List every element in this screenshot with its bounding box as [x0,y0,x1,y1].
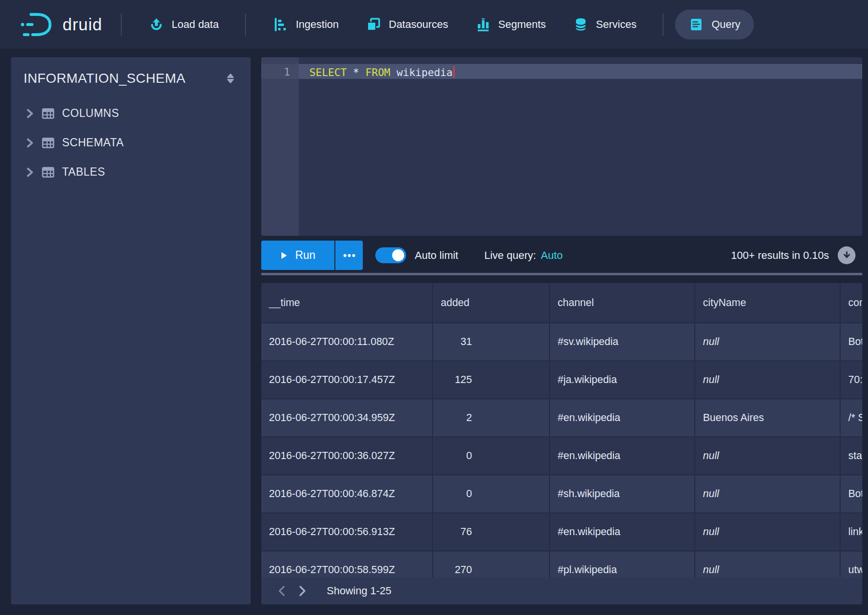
table-cell[interactable]: Buenos Aires [695,399,841,437]
table-cell[interactable]: 270 [433,551,550,577]
table-cell[interactable]: 0 [433,475,550,513]
table-cell[interactable]: null [695,513,841,551]
nav-item-load-data[interactable]: Load data [149,17,219,32]
nav-item-datasources[interactable]: Datasources [366,17,448,32]
table-cell[interactable]: utw [841,551,862,577]
table-row: 2016-06-27T00:00:11.080Z31#sv.wikipedian… [261,323,862,361]
table-cell[interactable]: #en.wikipedia [550,437,695,475]
table-cell[interactable]: null [695,475,841,513]
table-icon [41,106,55,121]
table-cell[interactable]: 76 [433,513,550,551]
table-cell[interactable]: null [695,361,841,399]
table-cell[interactable]: Bot [841,323,862,361]
nav-item-services[interactable]: Services [573,17,637,32]
table-cell[interactable]: 2016-06-27T00:00:17.457Z [261,361,433,399]
results-summary: 100+ results in 0.10s [731,249,829,262]
sql-keyword: SELECT [309,66,347,78]
nav-label: Ingestion [296,18,339,31]
table-cell[interactable]: #sh.wikipedia [550,475,695,513]
nav-label: Query [712,18,740,31]
table-cell[interactable]: 31 [433,323,550,361]
table-icon [41,165,55,179]
table-cell[interactable]: 0 [433,437,550,475]
table-row: 2016-06-27T00:00:34.959Z2#en.wikipediaBu… [261,399,862,437]
live-query-label: Live query: [484,249,536,262]
table-row: 2016-06-27T00:00:56.913Z76#en.wikipedian… [261,513,862,551]
download-icon[interactable] [838,246,855,264]
nav-item-query[interactable]: Query [675,10,754,39]
top-navbar: druid Load data Ingestion [0,0,868,49]
nav-label: Load data [172,18,219,31]
results-scroll-area[interactable]: __timeaddedchannelcityNamecomment 2016-0… [261,283,862,577]
table-cell[interactable]: link [841,513,862,551]
nav-separator [121,13,122,36]
table-cell[interactable]: #ja.wikipedia [550,361,695,399]
table-cell[interactable]: 125 [433,361,550,399]
table-cell[interactable]: 2016-06-27T00:00:56.913Z [261,513,433,551]
table-cell[interactable]: sta [841,437,862,475]
results-footer: Showing 1-25 [261,577,862,604]
pane-resize-divider[interactable] [261,273,862,275]
table-cell[interactable]: #en.wikipedia [550,513,695,551]
sidebar-item-schemata[interactable]: SCHEMATA [24,128,238,157]
table-row: 2016-06-27T00:00:36.027Z0#en.wikipedianu… [261,437,862,475]
services-icon [573,17,588,32]
sidebar-item-columns[interactable]: COLUMNS [24,99,238,128]
chevron-right-icon [24,166,36,179]
text-cursor [453,66,455,78]
column-header-added[interactable]: added [433,283,550,323]
auto-limit-toggle[interactable] [375,247,406,263]
column-header-comment[interactable]: comment [841,283,862,323]
table-cell[interactable]: 2016-06-27T00:00:46.874Z [261,475,433,513]
table-row: 2016-06-27T00:00:58.599Z270#pl.wikipedia… [261,551,862,577]
table-cell[interactable]: /* S [841,399,862,437]
editor-gutter-bg [261,57,299,236]
nav-separator [663,13,664,36]
sql-editor[interactable]: 1 SELECT * FROM wikipedia [261,57,862,236]
table-cell[interactable]: 2016-06-27T00:00:34.959Z [261,399,433,437]
table-cell[interactable]: 2016-06-27T00:00:36.027Z [261,437,433,475]
play-icon [280,251,288,260]
results-body: 2016-06-27T00:00:11.080Z31#sv.wikipedian… [261,323,862,577]
table-cell[interactable]: 2 [433,399,550,437]
next-page-button[interactable] [292,581,312,601]
datasources-icon [366,17,381,32]
pagination-status: Showing 1-25 [327,585,392,597]
live-query-value[interactable]: Auto [541,249,562,262]
nav-label: Datasources [389,18,448,31]
druid-logo[interactable]: druid [18,11,102,38]
previous-page-button[interactable] [272,581,292,601]
more-options-button[interactable] [335,241,363,270]
sidebar-item-label: TABLES [62,166,105,179]
table-cell[interactable]: null [695,323,841,361]
nav-item-segments[interactable]: Segments [475,17,546,32]
table-cell[interactable]: null [695,437,841,475]
ingestion-icon [273,17,288,32]
table-cell[interactable]: null [695,551,841,577]
table-icon [41,136,55,150]
table-cell[interactable]: #sv.wikipedia [550,323,695,361]
column-header-cityName[interactable]: cityName [695,283,841,323]
editor-code-line: SELECT * FROM wikipedia [309,66,455,78]
chevron-right-icon [24,107,36,120]
sort-icon[interactable] [223,71,238,86]
table-cell[interactable]: Bot [841,475,862,513]
table-cell[interactable]: 2016-06-27T00:00:11.080Z [261,323,433,361]
column-header-channel[interactable]: channel [550,283,695,323]
table-cell[interactable]: 70: [841,361,862,399]
toggle-knob [392,249,404,261]
run-button-label: Run [295,249,315,262]
query-icon [689,17,704,32]
table-cell[interactable]: #en.wikipedia [550,399,695,437]
segments-icon [475,17,491,32]
results-panel: __timeaddedchannelcityNamecomment 2016-0… [261,283,862,604]
run-button[interactable]: Run [261,241,334,270]
sidebar-item-label: COLUMNS [62,107,119,120]
column-header-__time[interactable]: __time [261,283,433,323]
sql-table-name: wikipedia [390,66,452,78]
sql-keyword: FROM [366,66,391,78]
nav-item-ingestion[interactable]: Ingestion [273,17,339,32]
sidebar-item-tables[interactable]: TABLES [24,157,238,187]
table-cell[interactable]: 2016-06-27T00:00:58.599Z [261,551,433,577]
table-cell[interactable]: #pl.wikipedia [550,551,695,577]
